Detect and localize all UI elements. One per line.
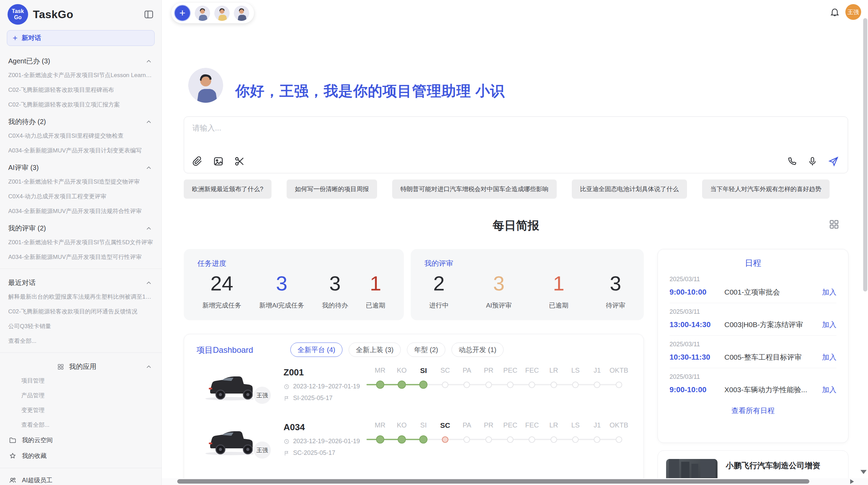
new-chat-button[interactable]: + 新对话 <box>7 30 155 46</box>
sidebar-item[interactable]: A034-全新新能源MUV产品开发项目计划变更表编写 <box>0 143 161 158</box>
project-date-range: 2023-12-19~2027-01-19 <box>293 383 360 390</box>
milestone-label: OKTB <box>608 421 630 430</box>
milestone-label: LS <box>565 366 586 375</box>
sidebar-item[interactable]: A034-全新新能源MUV产品开发项目法规符合性评审 <box>0 204 161 219</box>
sidebar-app-item[interactable]: 项目管理 <box>0 373 161 388</box>
agent-avatar-3[interactable] <box>234 5 249 21</box>
stat-value: 24 <box>202 272 241 295</box>
schedule-view-all[interactable]: 查看所有日程 <box>658 400 848 421</box>
schedule-join-link[interactable]: 加入 <box>822 385 836 395</box>
scissors-icon[interactable] <box>234 156 245 167</box>
milestone-label: LR <box>543 366 565 375</box>
image-icon[interactable] <box>213 156 224 167</box>
logo-line2: Go <box>14 14 22 21</box>
milestone-dot <box>419 435 427 444</box>
chevron-up-icon <box>145 363 153 371</box>
sidebar-section-title: 最近对话 <box>8 278 36 287</box>
sidebar-item[interactable]: Z001-全新燃油轻卡产品开发项目SI节点属性5D文件评审 <box>0 235 161 250</box>
sidebar-item[interactable]: Z001-全新燃油皮卡产品开发项目SI节点Lesson Learn报告 <box>0 68 161 83</box>
sidebar-section-header[interactable]: 最近对话 <box>0 273 161 289</box>
layout-grid-icon[interactable] <box>828 219 840 230</box>
sidebar-item-star[interactable]: 我的收藏 <box>0 448 161 464</box>
project-flag: SC-2025-05-17 <box>284 449 335 457</box>
sidebar-item[interactable]: A034-全新新能源MUV产品开发项目造型可行性评审 <box>0 250 161 264</box>
milestone-dot <box>463 382 470 388</box>
milestone-dot <box>616 436 622 443</box>
scroll-down-arrow[interactable] <box>860 470 867 474</box>
stat-row: 2进行中3AI预评审1已逾期3待评审 <box>424 272 630 310</box>
briefing-card-title: 我的评审 <box>424 259 630 268</box>
milestone-dot <box>398 435 406 444</box>
sidebar-section-header[interactable]: 我的应用 <box>0 357 161 373</box>
suggestion-chip[interactable]: 欧洲新规最近颁布了什么? <box>184 179 272 199</box>
briefing-card-title: 任务进度 <box>197 259 390 268</box>
sidebar-item[interactable]: C0X4-动力总成开发项目SI里程碑提交物检查 <box>0 128 161 143</box>
sidebar-app-item[interactable]: 产品管理 <box>0 388 161 403</box>
horizontal-scrollbar-thumb[interactable] <box>177 479 809 484</box>
dashboard-filter-pill[interactable]: 全新平台 (4) <box>290 343 342 357</box>
agent-avatar-2[interactable] <box>214 5 230 21</box>
project-row[interactable]: 王强Z0012023-12-19~2027-01-19SI-2025-05-17… <box>184 366 643 421</box>
milestone-label: KO <box>391 421 412 430</box>
stat-item: 24新增完成任务 <box>202 272 241 310</box>
sidebar-header: Task Go TaskGo <box>0 0 161 27</box>
sidebar-section-header[interactable]: AI评审 (3) <box>0 158 161 174</box>
sidebar-section-header[interactable]: 我的评审 (2) <box>0 219 161 235</box>
panel-collapse-icon[interactable] <box>144 9 154 20</box>
stat-item: 3新增AI完成任务 <box>259 272 304 310</box>
bell-icon[interactable] <box>830 7 840 17</box>
mic-icon[interactable] <box>807 156 818 166</box>
stat-label: 已逾期 <box>366 301 385 310</box>
project-code: Z001 <box>284 367 304 378</box>
suggestion-chip[interactable]: 如何写一份清晰的项目周报 <box>287 179 377 199</box>
suggestion-chip[interactable]: 比亚迪全固态电池计划具体说了什么 <box>572 179 687 199</box>
chat-input[interactable] <box>192 124 672 133</box>
sidebar-section-header[interactable]: 我的待办 (2) <box>0 112 161 128</box>
scroll-right-arrow[interactable] <box>850 479 854 484</box>
chevron-up-icon <box>145 164 153 172</box>
milestone-dot <box>485 436 492 443</box>
sidebar-item[interactable]: C02-飞腾新能源轻客改款项目的闭环通告反馈情况 <box>0 304 161 319</box>
suggestion-chip[interactable]: 特朗普可能对进口汽车增税会对中国车企造成哪些影响 <box>392 179 557 199</box>
milestone-label: FEC <box>521 366 543 375</box>
dashboard-filter-pill[interactable]: 动总开发 (1) <box>451 343 504 357</box>
sidebar-section-header[interactable]: Agent已办 (3) <box>0 51 161 68</box>
add-agent-button[interactable]: + <box>174 5 191 21</box>
app-name: TaskGo <box>33 8 73 21</box>
schedule-time: 9:00-10:00 <box>670 288 724 297</box>
suggestion-chip[interactable]: 当下年轻人对汽车外观有怎样的喜好趋势 <box>702 179 830 199</box>
flag-icon <box>284 450 290 456</box>
project-flag-label: SC-2025-05-17 <box>293 449 335 457</box>
user-avatar[interactable]: 王强 <box>845 4 861 20</box>
project-owner-badge: 王强 <box>253 440 272 460</box>
stat-label: AI预评审 <box>486 301 512 310</box>
stat-label: 待评审 <box>606 301 625 310</box>
sidebar-item[interactable]: C0X4-动力总成开发项目工程变更评审 <box>0 189 161 204</box>
sidebar-view-all[interactable]: 查看全部... <box>0 418 161 432</box>
sidebar-item[interactable]: 公司Q3轻卡销量 <box>0 319 161 334</box>
sidebar-item[interactable]: C02-飞腾新能源轻客改款项目立项汇报方案 <box>0 97 161 112</box>
dashboard-filter-pill[interactable]: 年型 (2) <box>407 343 445 357</box>
milestone-label: SC <box>434 421 456 430</box>
sidebar-item-folder[interactable]: 我的云空间 <box>0 432 161 448</box>
schedule-event-title: C001-立项审批会 <box>724 287 822 297</box>
sidebar-item[interactable]: 解释最新出台的欧盟报废车法规再生塑料比例被调至15%... <box>0 289 161 304</box>
schedule-join-link[interactable]: 加入 <box>822 287 836 297</box>
sidebar-item[interactable]: Z001-全新燃油轻卡产品开发项目SI造型提交物评审 <box>0 174 161 189</box>
phone-icon[interactable] <box>787 156 797 166</box>
sidebar-view-all[interactable]: 查看全部... <box>0 334 161 348</box>
sidebar-item-users[interactable]: AI超级员工 <box>0 472 161 485</box>
send-icon[interactable] <box>828 156 839 167</box>
agent-avatar-1[interactable] <box>195 5 210 21</box>
paperclip-icon[interactable] <box>192 156 203 166</box>
composer-right-icons <box>787 156 839 167</box>
vertical-scrollbar-thumb[interactable] <box>863 18 867 291</box>
schedule-join-link[interactable]: 加入 <box>822 352 836 362</box>
milestone-dot <box>398 381 406 389</box>
schedule-join-link[interactable]: 加入 <box>822 320 836 329</box>
project-row[interactable]: 王强A0342023-12-19~2026-01-19SC-2025-05-17… <box>184 421 643 475</box>
sidebar-item[interactable]: C02-飞腾新能源轻客改款项目里程碑画布 <box>0 83 161 97</box>
sidebar-app-item[interactable]: 变更管理 <box>0 403 161 418</box>
stat-value: 3 <box>259 272 304 295</box>
dashboard-filter-pill[interactable]: 全新上装 (3) <box>349 343 401 357</box>
